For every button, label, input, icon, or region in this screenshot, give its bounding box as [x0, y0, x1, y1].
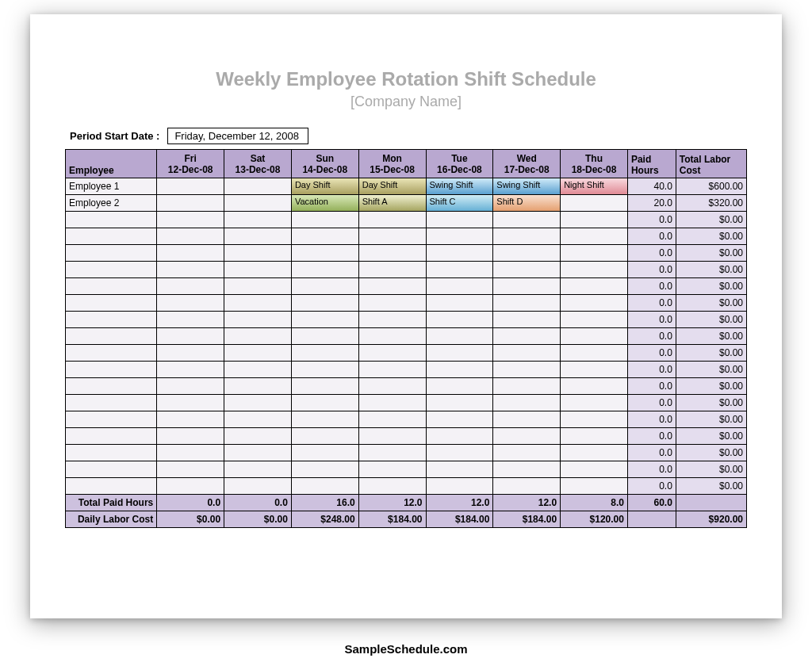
- shift-cell[interactable]: [426, 478, 493, 495]
- shift-cell[interactable]: [224, 345, 292, 362]
- shift-cell[interactable]: [224, 378, 292, 395]
- shift-cell[interactable]: [426, 411, 493, 428]
- shift-cell[interactable]: [291, 312, 358, 328]
- shift-cell[interactable]: [224, 478, 292, 495]
- shift-cell[interactable]: [157, 428, 224, 445]
- shift-cell[interactable]: [426, 262, 493, 278]
- shift-cell[interactable]: [561, 378, 628, 395]
- shift-cell[interactable]: [224, 395, 292, 411]
- shift-cell[interactable]: [157, 411, 224, 428]
- employee-name-cell[interactable]: [66, 411, 157, 428]
- shift-cell[interactable]: Vacation: [291, 195, 358, 212]
- shift-cell[interactable]: [224, 328, 292, 345]
- shift-cell[interactable]: [224, 245, 292, 262]
- shift-cell[interactable]: [426, 328, 493, 345]
- shift-cell[interactable]: [291, 262, 358, 278]
- shift-cell[interactable]: [426, 278, 493, 295]
- shift-cell[interactable]: [493, 262, 561, 278]
- shift-cell[interactable]: [157, 195, 224, 212]
- shift-cell[interactable]: [157, 395, 224, 411]
- shift-cell[interactable]: [426, 445, 493, 461]
- shift-cell[interactable]: [157, 362, 224, 378]
- employee-name-cell[interactable]: [66, 212, 157, 228]
- shift-cell[interactable]: [224, 428, 292, 445]
- shift-cell[interactable]: [291, 328, 358, 345]
- shift-cell[interactable]: [561, 395, 628, 411]
- shift-cell[interactable]: [224, 212, 292, 228]
- shift-cell[interactable]: [561, 428, 628, 445]
- shift-cell[interactable]: [493, 461, 561, 478]
- shift-cell[interactable]: [224, 262, 292, 278]
- shift-cell[interactable]: Shift D: [493, 195, 561, 212]
- shift-cell[interactable]: [493, 362, 561, 378]
- shift-cell[interactable]: Swing Shift: [493, 178, 561, 195]
- shift-cell[interactable]: [358, 461, 426, 478]
- shift-cell[interactable]: [493, 378, 561, 395]
- shift-cell[interactable]: [157, 178, 224, 195]
- shift-cell[interactable]: [426, 395, 493, 411]
- shift-cell[interactable]: [358, 278, 426, 295]
- shift-cell[interactable]: [561, 411, 628, 428]
- shift-cell[interactable]: [561, 461, 628, 478]
- shift-cell[interactable]: [561, 245, 628, 262]
- shift-cell[interactable]: [157, 478, 224, 495]
- shift-cell[interactable]: [224, 295, 292, 312]
- shift-cell[interactable]: [426, 312, 493, 328]
- shift-cell[interactable]: Night Shift: [561, 178, 628, 195]
- shift-cell[interactable]: [493, 445, 561, 461]
- shift-cell[interactable]: [358, 245, 426, 262]
- shift-cell[interactable]: [291, 411, 358, 428]
- shift-cell[interactable]: [358, 312, 426, 328]
- shift-cell[interactable]: [291, 478, 358, 495]
- shift-cell[interactable]: [224, 411, 292, 428]
- shift-cell[interactable]: [426, 228, 493, 245]
- period-start-value[interactable]: Friday, December 12, 2008: [167, 128, 308, 144]
- shift-cell[interactable]: [493, 411, 561, 428]
- shift-cell[interactable]: [561, 295, 628, 312]
- shift-cell[interactable]: [426, 345, 493, 362]
- shift-cell[interactable]: [426, 362, 493, 378]
- shift-cell[interactable]: [224, 278, 292, 295]
- shift-cell[interactable]: [358, 478, 426, 495]
- shift-cell[interactable]: [358, 328, 426, 345]
- employee-name-cell[interactable]: [66, 345, 157, 362]
- shift-cell[interactable]: [493, 478, 561, 495]
- shift-cell[interactable]: [561, 228, 628, 245]
- shift-cell[interactable]: [561, 195, 628, 212]
- shift-cell[interactable]: [291, 362, 358, 378]
- shift-cell[interactable]: [157, 295, 224, 312]
- shift-cell[interactable]: [426, 245, 493, 262]
- employee-name-cell[interactable]: [66, 362, 157, 378]
- shift-cell[interactable]: [157, 212, 224, 228]
- employee-name-cell[interactable]: [66, 428, 157, 445]
- shift-cell[interactable]: [358, 362, 426, 378]
- shift-cell[interactable]: [493, 245, 561, 262]
- shift-cell[interactable]: Shift A: [358, 195, 426, 212]
- shift-cell[interactable]: [358, 212, 426, 228]
- shift-cell[interactable]: [157, 278, 224, 295]
- shift-cell[interactable]: [291, 395, 358, 411]
- shift-cell[interactable]: [157, 445, 224, 461]
- shift-cell[interactable]: [358, 428, 426, 445]
- shift-cell[interactable]: [157, 312, 224, 328]
- shift-cell[interactable]: [291, 428, 358, 445]
- shift-cell[interactable]: [358, 228, 426, 245]
- shift-cell[interactable]: [561, 328, 628, 345]
- employee-name-cell[interactable]: [66, 478, 157, 495]
- shift-cell[interactable]: [157, 262, 224, 278]
- shift-cell[interactable]: [493, 345, 561, 362]
- employee-name-cell[interactable]: [66, 312, 157, 328]
- shift-cell[interactable]: [224, 312, 292, 328]
- employee-name-cell[interactable]: [66, 278, 157, 295]
- shift-cell[interactable]: [426, 295, 493, 312]
- shift-cell[interactable]: [358, 378, 426, 395]
- shift-cell[interactable]: [358, 411, 426, 428]
- employee-name-cell[interactable]: [66, 395, 157, 411]
- shift-cell[interactable]: [561, 312, 628, 328]
- employee-name-cell[interactable]: [66, 378, 157, 395]
- shift-cell[interactable]: [291, 245, 358, 262]
- shift-cell[interactable]: [291, 461, 358, 478]
- employee-name-cell[interactable]: Employee 1: [66, 178, 157, 195]
- shift-cell[interactable]: [224, 178, 292, 195]
- shift-cell[interactable]: [561, 262, 628, 278]
